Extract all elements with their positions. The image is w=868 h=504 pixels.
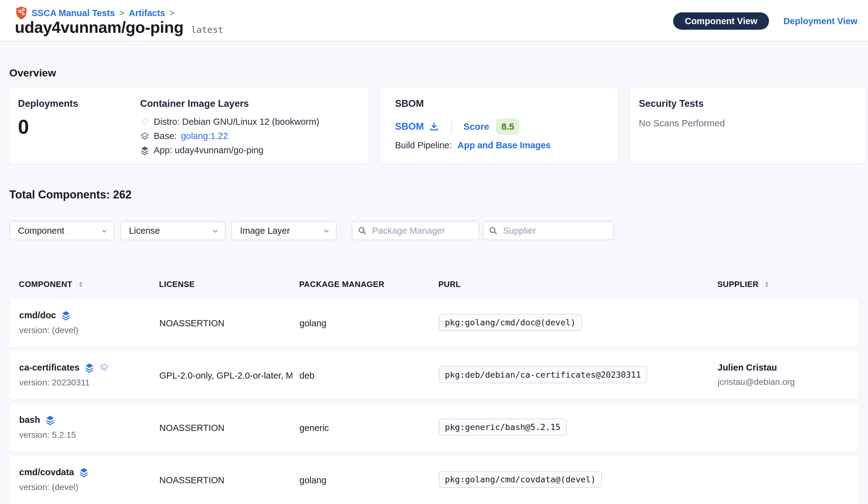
package-manager-search [352, 221, 479, 240]
component-version: version: 5.2.15 [19, 430, 76, 440]
base-layer-row: Base: golang:1.22 [140, 131, 319, 141]
package-manager-cell: golang [299, 475, 326, 485]
image-layer-filter-dropdown[interactable]: Image Layer [231, 221, 337, 240]
search-icon [357, 226, 367, 235]
column-header-supplier: SUPPLIER [717, 280, 758, 289]
overview-title: Overview [9, 67, 56, 79]
purl-badge: pkg:generic/bash@5.2.15 [438, 419, 567, 436]
component-version: version: (devel) [19, 325, 78, 335]
sbom-link-label: SBOM [395, 121, 424, 132]
deployment-view-button[interactable]: Deployment View [783, 16, 857, 26]
build-pipeline-link[interactable]: App and Base Images [457, 140, 551, 150]
security-tests-status: No Scans Performed [639, 118, 725, 129]
license-filter-dropdown[interactable]: License [120, 221, 226, 240]
sbom-card: SBOM SBOM Score 8.5 Build Pipeline: App … [380, 87, 618, 163]
sbom-card-title: SBOM [395, 98, 424, 109]
license-cell: GPL-2.0-only, GPL-2.0-or-later, M... [159, 371, 292, 381]
total-components-title: Total Components: 262 [9, 188, 132, 201]
app-layer-label: App: uday4vunnam/go-ping [154, 145, 264, 155]
app-layer-icon [45, 415, 55, 425]
package-manager-search-input[interactable] [352, 221, 479, 240]
component-version: version: (devel) [19, 482, 89, 492]
component-name: cmd/covdata [19, 467, 74, 477]
table-row[interactable]: bash version: 5.2.15 NOASSERTION generic… [9, 403, 859, 452]
vertical-divider [451, 119, 452, 134]
component-filter-label: Component [18, 226, 64, 235]
sbom-download-link[interactable]: SBOM [395, 121, 439, 132]
app-layer-row: App: uday4vunnam/go-ping [140, 145, 319, 155]
supplier-name: Julien Cristau [718, 363, 795, 373]
supplier-search-input[interactable] [483, 221, 614, 240]
supplier-search [483, 221, 614, 240]
distro-layer-label: Distro: Debian GNU/Linux 12 (bookworm) [154, 117, 319, 127]
base-layer-label: Base: [154, 131, 177, 141]
app-layer-icon [61, 311, 71, 320]
license-cell: NOASSERTION [159, 423, 225, 433]
app-layer-icon [84, 363, 94, 373]
score-label: Score [463, 121, 489, 132]
app-layer-icon [140, 146, 149, 155]
component-version: version: 20230311 [19, 378, 109, 387]
build-pipeline-label: Build Pipeline: [395, 140, 452, 150]
license-filter-label: License [129, 226, 160, 235]
base-layer-icon [140, 132, 149, 141]
column-header-purl: PURL [438, 280, 461, 289]
license-cell: NOASSERTION [159, 318, 225, 329]
breadcrumb-link-artifacts[interactable]: Artifacts [129, 8, 165, 18]
package-manager-cell: deb [299, 371, 314, 381]
search-icon [488, 226, 498, 235]
table-row[interactable]: ca-certificates version: 20230311 [9, 351, 859, 399]
purl-badge: pkg:golang/cmd/covdata@(devel) [438, 471, 602, 488]
distro-layer-row: Distro: Debian GNU/Linux 12 (bookworm) [140, 117, 319, 127]
container-image-layers-title: Container Image Layers [140, 98, 249, 109]
column-header-license: LICENSE [159, 280, 195, 289]
deployments-count: 0 [18, 115, 29, 138]
page-title: uday4vunnam/go-ping [15, 18, 184, 37]
base-image-link[interactable]: golang:1.22 [181, 131, 228, 141]
distro-layer-icon [99, 363, 109, 373]
package-manager-cell: generic [299, 423, 329, 433]
app-layer-icon [79, 467, 89, 477]
chevron-down-icon [100, 226, 109, 235]
page-header: SSCA Manual Tests > Artifacts > uday4vun… [0, 0, 868, 41]
components-table: cmd/doc version: (devel) NOASSERTION gol… [9, 299, 859, 504]
component-name: cmd/doc [19, 310, 56, 320]
purl-badge: pkg:deb/debian/ca-certificates@20230311 [438, 366, 647, 383]
component-view-button[interactable]: Component View [673, 12, 769, 30]
security-tests-title: Security Tests [639, 98, 704, 109]
breadcrumb-separator: > [119, 8, 124, 18]
license-cell: NOASSERTION [159, 475, 225, 485]
component-name: ca-certificates [19, 363, 80, 373]
artifact-tag: latest [191, 24, 223, 35]
breadcrumb-separator: > [169, 8, 175, 18]
distro-layer-icon [140, 117, 149, 127]
table-row[interactable]: cmd/covdata version: (devel) NOASSERTION… [9, 456, 859, 504]
filter-bar: Component License Image Layer [9, 221, 614, 240]
component-filter-dropdown[interactable]: Component [9, 221, 114, 240]
breadcrumb-link-ssca[interactable]: SSCA Manual Tests [32, 8, 115, 18]
component-name: bash [19, 415, 40, 425]
chevron-down-icon [322, 226, 331, 235]
column-header-component: COMPONENT [19, 280, 72, 289]
purl-badge: pkg:golang/cmd/doc@(devel) [438, 314, 582, 331]
chevron-down-icon [211, 226, 220, 235]
table-row[interactable]: cmd/doc version: (devel) NOASSERTION gol… [9, 299, 859, 347]
sort-supplier-button[interactable] [763, 281, 771, 288]
score-badge: 8.5 [496, 119, 519, 135]
deployments-label: Deployments [18, 98, 78, 109]
download-icon[interactable] [429, 121, 439, 132]
components-table-header: COMPONENT LICENSE PACKAGE MANAGER PURL S… [0, 280, 868, 292]
security-tests-card: Security Tests No Scans Performed [630, 87, 866, 163]
deployments-layers-card: Deployments 0 Container Image Layers Dis… [9, 87, 368, 163]
column-header-package-manager: PACKAGE MANAGER [299, 280, 384, 289]
sort-component-button[interactable] [77, 281, 85, 288]
supplier-cell: Julien Cristau jcristau@debian.org [718, 363, 795, 387]
image-layer-filter-label: Image Layer [240, 226, 290, 235]
package-manager-cell: golang [299, 318, 326, 329]
supplier-email: jcristau@debian.org [718, 377, 795, 387]
